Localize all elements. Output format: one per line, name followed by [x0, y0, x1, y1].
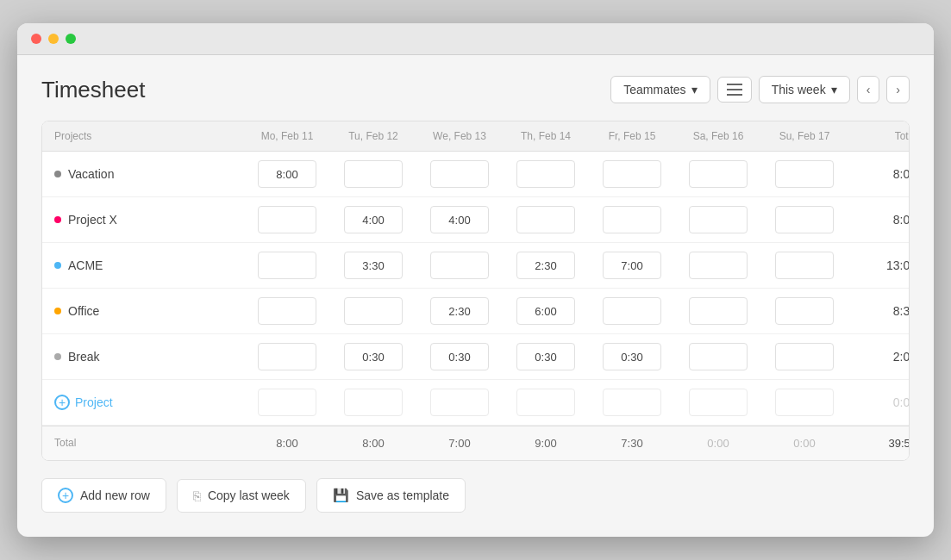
time-input-tue[interactable] — [344, 206, 403, 233]
time-input-mon[interactable] — [258, 252, 316, 279]
time-input-wed[interactable] — [430, 160, 489, 188]
teammates-label: Teammates — [623, 83, 685, 96]
page-title: Timesheet — [41, 77, 145, 103]
save-template-label: Save as template — [356, 488, 449, 502]
circle-plus-icon: + — [54, 395, 70, 410]
time-input-thu[interactable] — [516, 389, 575, 416]
time-input-sat[interactable] — [689, 252, 748, 279]
save-icon: 💾 — [333, 488, 349, 503]
minimize-button[interactable] — [48, 34, 59, 44]
time-input-sun[interactable] — [775, 389, 834, 416]
project-label: Vacation — [54, 167, 244, 181]
header-controls: Teammates ▾ This week ▾ ‹ — [610, 76, 910, 103]
time-input-wed[interactable] — [430, 343, 489, 370]
table-row: Vacation 8:00 × — [42, 152, 909, 197]
close-button[interactable] — [31, 34, 41, 44]
time-input-sun[interactable] — [775, 343, 834, 370]
maximize-button[interactable] — [66, 34, 76, 44]
time-input-mon[interactable] — [258, 343, 316, 370]
time-input-tue[interactable] — [344, 160, 403, 188]
copy-last-week-button[interactable]: ⎘ Copy last week — [177, 479, 306, 513]
time-input-thu[interactable] — [516, 252, 575, 279]
time-input-tue[interactable] — [344, 389, 403, 416]
row-total: 13:00 — [848, 258, 910, 272]
chevron-left-icon: ‹ — [867, 83, 871, 96]
total-fri: 7:30 — [589, 437, 675, 450]
footer-actions: + Add new row ⎘ Copy last week 💾 Save as… — [41, 478, 910, 516]
time-input-sun[interactable] — [775, 252, 834, 279]
list-icon — [727, 84, 742, 96]
next-week-button[interactable]: › — [886, 76, 910, 103]
page-header: Timesheet Teammates ▾ This week ▾ — [41, 76, 910, 103]
table-row: Project X 8:00 × — [42, 197, 909, 243]
row-total: 8:30 — [848, 304, 910, 318]
col-fri: Fr, Feb 15 — [589, 130, 675, 142]
project-name-text: Break — [68, 350, 100, 364]
total-wed: 7:00 — [416, 437, 503, 450]
time-input-tue[interactable] — [344, 252, 403, 279]
project-dot — [54, 308, 61, 314]
time-input-fri[interactable] — [603, 389, 661, 416]
total-mon: 8:00 — [244, 437, 330, 450]
time-input-thu[interactable] — [516, 297, 575, 325]
project-name-text: Vacation — [68, 167, 114, 181]
total-sun: 0:00 — [761, 437, 848, 450]
time-input-sat[interactable] — [689, 160, 748, 188]
save-template-button[interactable]: 💾 Save as template — [316, 478, 466, 513]
time-input-mon[interactable] — [258, 297, 316, 325]
time-input-mon[interactable] — [258, 206, 316, 233]
totals-label: Total — [54, 437, 244, 450]
project-name-text: Office — [68, 304, 99, 318]
time-input-fri[interactable] — [603, 297, 661, 325]
add-row-label: Add new row — [80, 488, 150, 502]
time-input-fri[interactable] — [603, 160, 661, 188]
time-input-tue[interactable] — [344, 343, 403, 370]
col-mon: Mo, Feb 11 — [244, 130, 330, 142]
time-input-sun[interactable] — [775, 206, 834, 233]
time-input-sun[interactable] — [775, 160, 834, 188]
time-input-thu[interactable] — [516, 206, 575, 233]
project-name-text: ACME — [68, 258, 103, 272]
row-total: 0:00 — [848, 395, 910, 409]
table-row: Office 8:30 × — [42, 289, 909, 334]
col-sat: Sa, Feb 16 — [675, 130, 761, 142]
total-thu: 9:00 — [503, 437, 589, 450]
project-label: Break — [54, 350, 244, 364]
add-project-row: + Project 0:00 × — [42, 380, 909, 426]
time-input-sat[interactable] — [689, 343, 748, 370]
time-input-tue[interactable] — [344, 297, 403, 325]
time-input-wed[interactable] — [430, 252, 489, 279]
prev-week-button[interactable]: ‹ — [857, 76, 880, 103]
add-row-button[interactable]: + Add new row — [41, 478, 166, 513]
time-input-mon[interactable] — [258, 389, 316, 416]
time-input-sat[interactable] — [689, 297, 748, 325]
circle-plus-icon: + — [58, 488, 73, 503]
list-view-button[interactable] — [717, 77, 752, 103]
project-dot — [54, 171, 61, 177]
add-project-label: Project — [75, 395, 113, 409]
time-input-sat[interactable] — [689, 206, 748, 233]
col-thu: Th, Feb 14 — [503, 130, 589, 142]
time-input-wed[interactable] — [430, 389, 489, 416]
time-input-fri[interactable] — [603, 343, 661, 370]
project-label: Office — [54, 304, 244, 318]
col-projects: Projects — [54, 130, 244, 142]
add-project-button[interactable]: + Project — [54, 395, 244, 410]
table-header: Projects Mo, Feb 11 Tu, Feb 12 We, Feb 1… — [42, 121, 909, 152]
time-input-sun[interactable] — [775, 297, 834, 325]
time-input-sat[interactable] — [689, 389, 748, 416]
time-input-wed[interactable] — [430, 297, 489, 325]
col-wed: We, Feb 13 — [416, 130, 503, 142]
time-input-fri[interactable] — [603, 206, 661, 233]
time-input-wed[interactable] — [430, 206, 489, 233]
time-input-mon[interactable] — [258, 160, 316, 188]
this-week-button[interactable]: This week ▾ — [759, 76, 850, 103]
chevron-down-icon: ▾ — [691, 83, 698, 96]
time-input-thu[interactable] — [516, 160, 575, 188]
col-total: Total — [848, 130, 910, 142]
time-input-fri[interactable] — [603, 252, 661, 279]
copy-last-week-label: Copy last week — [208, 488, 290, 502]
teammates-button[interactable]: Teammates ▾ — [610, 76, 710, 103]
time-input-thu[interactable] — [516, 343, 575, 370]
svg-rect-1 — [727, 89, 742, 90]
